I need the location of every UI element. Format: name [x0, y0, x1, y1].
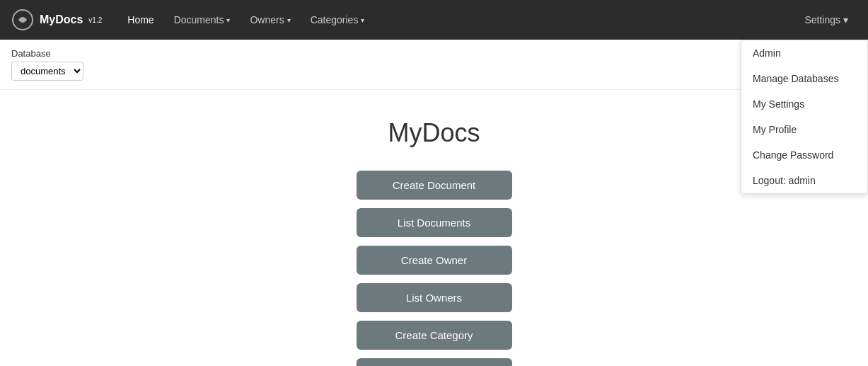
documents-caret-icon: ▾ [226, 16, 230, 24]
nav-documents[interactable]: Documents ▾ [166, 8, 239, 31]
database-label: Database [11, 48, 857, 59]
database-section: Database documents [0, 40, 868, 90]
page-title: MyDocs [388, 118, 480, 148]
list-categories-button[interactable]: List Categories [357, 358, 512, 366]
nav-links: Home Documents ▾ Owners ▾ Categories ▾ [119, 8, 796, 31]
navbar: MyDocsv1.2 Home Documents ▾ Owners ▾ Cat… [0, 0, 868, 40]
brand-logo-icon [11, 8, 34, 31]
dropdown-item-my-profile[interactable]: My Profile [741, 117, 867, 142]
dropdown-item-admin[interactable]: Admin [741, 40, 867, 66]
nav-home[interactable]: Home [119, 8, 162, 31]
categories-caret-icon: ▾ [361, 16, 364, 24]
list-owners-button[interactable]: List Owners [357, 283, 512, 312]
owners-caret-icon: ▾ [287, 16, 291, 24]
create-category-button[interactable]: Create Category [357, 321, 512, 350]
main-content: MyDocs Create Document List Documents Cr… [0, 90, 868, 366]
dropdown-item-my-settings[interactable]: My Settings [741, 91, 867, 117]
database-select[interactable]: documents [11, 62, 83, 81]
settings-caret-icon: ▾ [843, 14, 848, 25]
settings-dropdown: Admin Manage Databases My Settings My Pr… [741, 40, 868, 194]
brand-name: MyDocs [40, 13, 83, 26]
brand[interactable]: MyDocsv1.2 [11, 8, 102, 31]
list-documents-button[interactable]: List Documents [357, 208, 512, 237]
dropdown-item-manage-databases[interactable]: Manage Databases [741, 66, 867, 91]
brand-version: v1.2 [88, 16, 102, 24]
settings-button[interactable]: Settings ▾ [796, 8, 857, 31]
dropdown-item-logout[interactable]: Logout: admin [741, 168, 867, 193]
nav-owners[interactable]: Owners ▾ [241, 8, 299, 31]
dropdown-item-change-password[interactable]: Change Password [741, 142, 867, 168]
create-owner-button[interactable]: Create Owner [357, 246, 512, 275]
create-document-button[interactable]: Create Document [357, 171, 512, 200]
nav-categories[interactable]: Categories ▾ [302, 8, 374, 31]
navbar-right: Settings ▾ Admin Manage Databases My Set… [796, 8, 857, 31]
